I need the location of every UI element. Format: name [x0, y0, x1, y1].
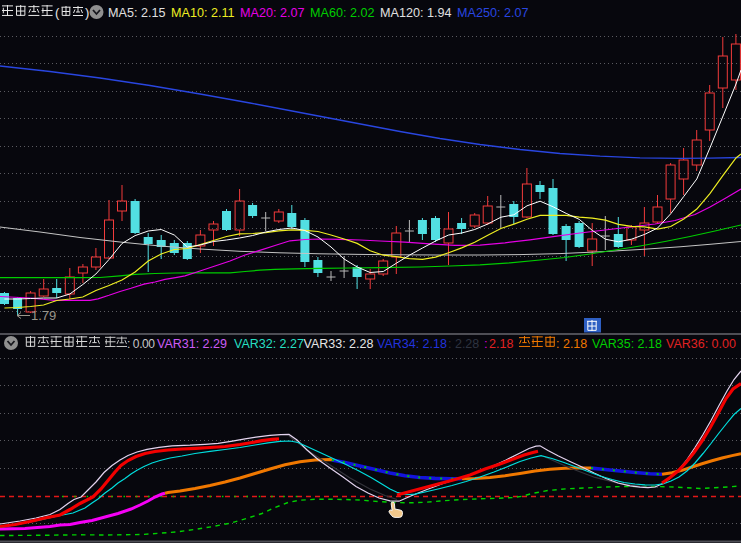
svg-text:: 2.18: : 2.18 — [556, 337, 587, 351]
svg-text:: 0.00: : 0.00 — [127, 337, 155, 351]
svg-text:(: ( — [55, 5, 60, 20]
svg-text:VAR35: 2.18: VAR35: 2.18 — [592, 337, 662, 351]
svg-text:VAR31: 2.29: VAR31: 2.29 — [157, 337, 227, 351]
svg-text:1.79: 1.79 — [31, 308, 56, 323]
svg-text:MA20: 2.07: MA20: 2.07 — [240, 6, 304, 20]
svg-text:MA250: 2.07: MA250: 2.07 — [457, 6, 528, 20]
svg-text:VAR34: 2.18: VAR34: 2.18 — [377, 337, 447, 351]
svg-text:2.18: 2.18 — [489, 337, 513, 351]
svg-text:VAR32: 2.27: VAR32: 2.27 — [234, 337, 304, 351]
svg-text:MA120: 1.94: MA120: 1.94 — [380, 6, 451, 20]
svg-text:): ) — [85, 5, 89, 20]
svg-text:: 2.28: : 2.28 — [448, 337, 479, 351]
svg-text:MA60: 2.02: MA60: 2.02 — [310, 6, 374, 20]
svg-text::: : — [484, 336, 488, 351]
svg-text:MA10: 2.11: MA10: 2.11 — [171, 6, 234, 20]
svg-text:VAR33: 2.28: VAR33: 2.28 — [304, 337, 374, 351]
svg-text:MA5: 2.15: MA5: 2.15 — [108, 6, 165, 20]
svg-text:VAR36: 0.00: VAR36: 0.00 — [666, 337, 736, 351]
